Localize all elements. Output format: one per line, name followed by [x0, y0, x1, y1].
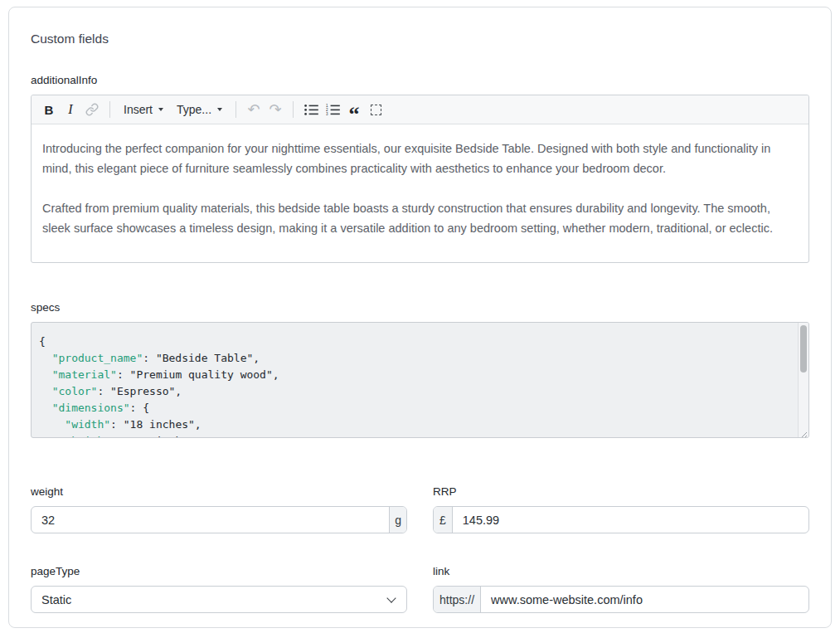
- protocol-addon: https://: [434, 587, 481, 612]
- toolbar-divider: [293, 101, 294, 118]
- bold-button[interactable]: B: [38, 99, 60, 120]
- toolbar-divider: [109, 101, 110, 118]
- resize-handle-icon[interactable]: [799, 427, 808, 436]
- caret-down-icon: [217, 108, 222, 111]
- specs-textarea[interactable]: { "product_name": "Bedside Table", "mate…: [31, 322, 809, 438]
- page-title: Custom fields: [31, 32, 809, 46]
- redo-icon: ↷: [269, 102, 282, 117]
- bullet-list-button[interactable]: [300, 99, 322, 120]
- code-line: "dimensions": {: [39, 400, 789, 416]
- editor-paragraph: Crafted from premium quality materials, …: [42, 198, 798, 238]
- weight-input[interactable]: [32, 507, 389, 533]
- undo-button[interactable]: ↶: [243, 99, 265, 120]
- link-icon: [85, 103, 99, 116]
- blockquote-icon: “: [349, 110, 360, 119]
- weight-field: weight g: [31, 485, 407, 533]
- additional-info-label: additionalInfo: [31, 74, 809, 86]
- link-field: link https://: [433, 565, 809, 613]
- link-input-group: https://: [433, 586, 809, 613]
- numbered-list-icon: 1 2 3: [326, 104, 340, 116]
- editor-toolbar: B I Insert Type... ↶ ↷: [32, 95, 808, 124]
- weight-unit-addon: g: [389, 507, 406, 533]
- undo-icon: ↶: [248, 102, 260, 117]
- weight-input-group: g: [31, 506, 407, 533]
- scrollbar-thumb[interactable]: [800, 325, 807, 373]
- rrp-label: RRP: [433, 485, 809, 498]
- redo-button[interactable]: ↷: [265, 99, 286, 120]
- rich-text-editor: B I Insert Type... ↶ ↷: [31, 95, 809, 263]
- link-label: link: [433, 565, 809, 577]
- bullet-list-icon: [304, 104, 318, 116]
- rrp-input-group: £: [433, 506, 809, 533]
- insert-menu-button[interactable]: Insert: [117, 99, 170, 120]
- code-line: "product_name": "Bedside Table",: [39, 350, 789, 367]
- specs-label: specs: [31, 301, 809, 314]
- code-line: "color": "Espresso",: [39, 383, 789, 400]
- caret-down-icon: [158, 108, 163, 111]
- custom-fields-card: Custom fields additionalInfo B I Insert …: [8, 7, 832, 628]
- specs-code: { "product_name": "Bedside Table", "mate…: [32, 323, 808, 438]
- svg-text:3: 3: [326, 112, 328, 116]
- show-blocks-button[interactable]: [365, 99, 386, 120]
- code-line: "height": "24 inches",: [39, 433, 789, 438]
- page-type-select-wrap: Static: [31, 586, 407, 613]
- rrp-field: RRP £: [433, 485, 809, 533]
- code-line: {: [39, 334, 789, 350]
- type-menu-button[interactable]: Type...: [170, 99, 229, 120]
- blockquote-button[interactable]: “: [343, 99, 365, 120]
- page-type-label: pageType: [31, 565, 407, 577]
- numbered-list-button[interactable]: 1 2 3: [322, 99, 343, 120]
- specs-scrollbar[interactable]: [798, 323, 808, 437]
- code-line: "material": "Premium quality wood",: [39, 367, 789, 383]
- page-type-field: pageType Static: [31, 565, 407, 613]
- rrp-input[interactable]: [453, 507, 808, 533]
- italic-button[interactable]: I: [60, 99, 81, 120]
- toolbar-divider: [235, 101, 236, 118]
- link-input[interactable]: [481, 587, 808, 612]
- dashed-square-icon: [371, 105, 381, 115]
- editor-content[interactable]: Introducing the perfect companion for yo…: [32, 124, 808, 262]
- editor-paragraph: Introducing the perfect companion for yo…: [42, 139, 798, 178]
- currency-addon: £: [434, 507, 453, 533]
- code-line: "width": "18 inches",: [39, 416, 789, 433]
- specs-field: specs { "product_name": "Bedside Table",…: [31, 301, 809, 438]
- weight-label: weight: [31, 485, 407, 498]
- page-type-select[interactable]: Static: [31, 586, 407, 613]
- link-button[interactable]: [81, 99, 103, 120]
